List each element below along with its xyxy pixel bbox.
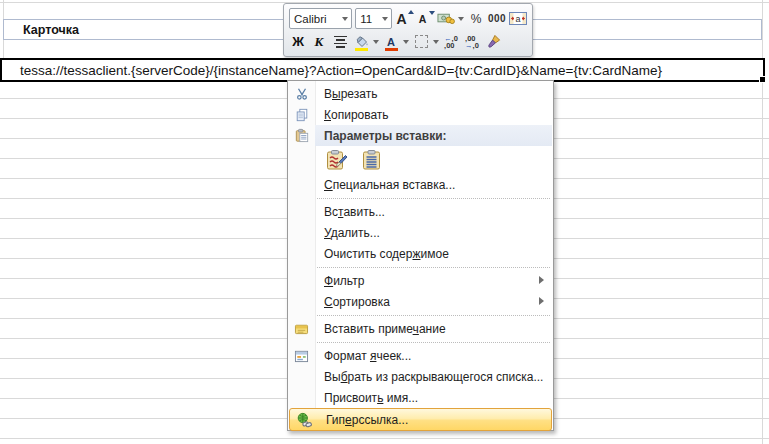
menu-item-insert-comment[interactable]: Вставить примечание [288, 318, 553, 339]
chevron-down-icon[interactable] [458, 17, 464, 21]
merge-center-button[interactable]: a [509, 9, 527, 29]
paste-keep-formatting-button[interactable] [324, 148, 350, 172]
center-align-button[interactable] [331, 32, 349, 52]
menu-item-paste-options-header: Параметры вставки: [288, 125, 553, 146]
chevron-down-icon [342, 17, 348, 21]
menu-item-paste-special[interactable]: Специальная вставка... [288, 174, 553, 195]
increase-decimal-icon: ,00 →,0 [465, 35, 479, 49]
comment-icon [288, 322, 315, 335]
menu-item-insert[interactable]: Вставить... [288, 201, 553, 222]
money-icon [437, 12, 455, 25]
fill-handle[interactable] [759, 76, 766, 83]
arrow-up-icon [408, 10, 414, 14]
font-color-bar [385, 48, 398, 51]
copy-icon [288, 108, 315, 122]
chevron-down-icon[interactable] [433, 40, 439, 44]
excel-worksheet: Карточка tessa://tessaclient.{serverCode… [0, 0, 769, 444]
menu-item-delete[interactable]: Удалить... [288, 222, 553, 243]
font-color-button[interactable]: А [382, 32, 400, 52]
chevron-down-icon[interactable] [373, 40, 379, 44]
menu-item-clear-contents[interactable]: Очистить содержимое [288, 243, 553, 264]
mini-toolbar-row-1: Calibri 11 A A [289, 7, 527, 30]
format-painter-icon [486, 34, 501, 49]
menu-item-copy[interactable]: Копировать [288, 104, 553, 125]
fill-color-icon [354, 33, 369, 51]
bold-icon: Ж [292, 34, 304, 49]
paste-formatting-icon [326, 149, 348, 171]
grow-font-button[interactable]: A [395, 9, 413, 29]
menu-item-format-cells[interactable]: Формат ячеек... [288, 345, 553, 366]
shrink-font-button[interactable]: A [416, 9, 434, 29]
chevron-down-icon[interactable] [403, 40, 409, 44]
accounting-format-button[interactable] [437, 9, 455, 29]
selected-url-cell[interactable]: tessa://tessaclient.{serverCode}/{instan… [0, 58, 765, 82]
menu-item-hyperlink[interactable]: Гиперссылка... [289, 408, 552, 431]
thousands-icon: 000 [488, 13, 506, 24]
menu-item-sort[interactable]: Сортировка [288, 291, 553, 312]
borders-icon [415, 35, 428, 48]
fill-color-bar [355, 48, 368, 51]
format-cells-icon [288, 349, 315, 363]
mini-toolbar-row-2: Ж К [289, 30, 527, 53]
scissors-icon [288, 87, 315, 101]
context-menu: Вырезать Копировать Парам [287, 80, 554, 431]
svg-text:a: a [515, 14, 520, 24]
gridline [0, 438, 769, 439]
menu-item-define-name[interactable]: Присвоить имя... [288, 387, 553, 408]
decrease-decimal-button[interactable]: ←,0 ,00 [442, 32, 460, 52]
font-name-value: Calibri [294, 13, 327, 25]
paste-values-button[interactable] [359, 148, 385, 172]
submenu-arrow-icon [539, 297, 544, 305]
header-cell-text: Карточка [23, 23, 79, 37]
url-cell-text: tessa://tessaclient.{serverCode}/{instan… [20, 63, 662, 78]
arrow-down-icon [429, 11, 435, 15]
increase-decimal-button[interactable]: ,00 →,0 [463, 32, 481, 52]
comma-style-button[interactable]: 000 [488, 9, 506, 29]
paste-options-row [288, 146, 553, 174]
decrease-decimal-icon: ←,0 ,00 [444, 35, 458, 49]
percent-icon: % [471, 12, 482, 26]
font-color-icon: А [385, 33, 398, 51]
bold-button[interactable]: Ж [289, 32, 307, 52]
font-size-value: 11 [360, 13, 372, 25]
menu-item-cut[interactable]: Вырезать [288, 83, 553, 104]
center-align-icon [334, 36, 347, 48]
paste-icon [288, 128, 315, 143]
font-name-select[interactable]: Calibri [289, 8, 352, 29]
hyperlink-icon [290, 412, 317, 428]
submenu-arrow-icon [539, 276, 544, 284]
chevron-down-icon [382, 17, 388, 21]
italic-button[interactable]: К [310, 32, 328, 52]
percent-style-button[interactable]: % [467, 9, 485, 29]
merge-center-icon: a [509, 12, 527, 25]
format-painter-button[interactable] [484, 32, 502, 52]
font-size-select[interactable]: 11 [355, 8, 392, 29]
paste-values-icon [361, 149, 383, 171]
menu-item-filter[interactable]: Фильтр [288, 270, 553, 291]
fill-color-button[interactable] [352, 32, 370, 52]
mini-toolbar: Calibri 11 A A [283, 3, 533, 57]
italic-icon: К [315, 34, 324, 50]
menu-item-pick-from-list[interactable]: Выбрать из раскрывающегося списка... [288, 366, 553, 387]
borders-button[interactable] [412, 32, 430, 52]
